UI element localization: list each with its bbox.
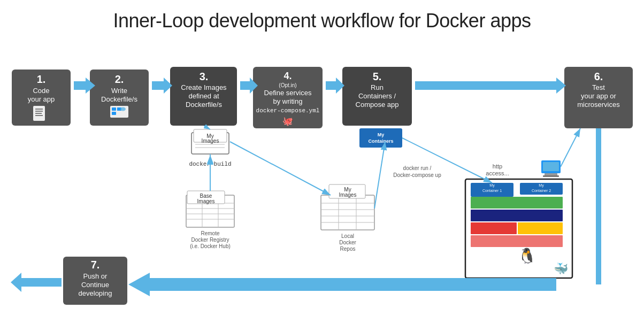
svg-marker-48 bbox=[240, 78, 258, 94]
svg-text:3.: 3. bbox=[200, 71, 209, 82]
svg-rect-24 bbox=[253, 67, 323, 128]
svg-rect-69 bbox=[187, 191, 225, 204]
svg-rect-111 bbox=[543, 162, 559, 171]
svg-rect-41 bbox=[63, 257, 127, 305]
svg-text:http: http bbox=[493, 163, 502, 169]
svg-rect-100 bbox=[471, 197, 563, 209]
svg-rect-17 bbox=[117, 107, 121, 111]
svg-rect-57 bbox=[194, 129, 227, 142]
svg-text:Container 2: Container 2 bbox=[532, 189, 551, 192]
svg-line-128 bbox=[204, 126, 210, 129]
svg-text:docker-compose.yml: docker-compose.yml bbox=[256, 107, 320, 114]
svg-rect-51 bbox=[191, 133, 229, 154]
svg-text:Container 1: Container 1 bbox=[482, 189, 502, 192]
svg-rect-109 bbox=[545, 173, 557, 176]
svg-text:1.: 1. bbox=[37, 73, 46, 85]
svg-rect-4 bbox=[33, 106, 45, 121]
svg-marker-50 bbox=[415, 78, 566, 94]
svg-rect-14 bbox=[112, 107, 116, 111]
svg-rect-56 bbox=[191, 133, 229, 154]
svg-marker-47 bbox=[152, 78, 172, 94]
svg-text:Base: Base bbox=[200, 193, 212, 199]
svg-rect-104 bbox=[471, 235, 563, 247]
svg-text:Containers /: Containers / bbox=[358, 92, 396, 100]
svg-text:Run: Run bbox=[371, 83, 384, 91]
svg-text:Create Images: Create Images bbox=[181, 83, 227, 91]
svg-text:defined at: defined at bbox=[188, 92, 219, 100]
svg-text:🐙: 🐙 bbox=[282, 116, 293, 126]
svg-text:Compose app: Compose app bbox=[356, 101, 399, 109]
svg-rect-19 bbox=[170, 67, 237, 126]
svg-marker-123 bbox=[128, 273, 556, 296]
svg-text:My: My bbox=[539, 183, 544, 188]
svg-rect-75 bbox=[321, 195, 374, 230]
svg-line-121 bbox=[402, 138, 492, 183]
diagram-svg: 1. Code your app 2. Write Dockerfile/s 3… bbox=[0, 37, 644, 310]
svg-text:Define services: Define services bbox=[264, 89, 312, 97]
svg-rect-82 bbox=[329, 184, 365, 198]
svg-rect-91 bbox=[465, 179, 572, 278]
svg-rect-15 bbox=[117, 107, 121, 111]
svg-rect-108 bbox=[541, 160, 561, 173]
svg-rect-94 bbox=[471, 183, 513, 195]
svg-text:🐧: 🐧 bbox=[518, 247, 536, 265]
svg-text:your app or: your app or bbox=[581, 92, 616, 100]
svg-text:Docker Registry: Docker Registry bbox=[191, 237, 229, 243]
svg-text:Docker: Docker bbox=[339, 240, 356, 245]
svg-text:(Opt.in): (Opt.in) bbox=[279, 82, 296, 88]
svg-rect-36 bbox=[564, 67, 633, 128]
svg-text:access...: access... bbox=[486, 170, 509, 176]
svg-rect-102 bbox=[471, 222, 517, 234]
svg-text:docker build: docker build bbox=[189, 161, 231, 167]
svg-text:by writing: by writing bbox=[273, 97, 303, 105]
svg-line-120 bbox=[374, 142, 385, 209]
svg-text:My: My bbox=[489, 183, 495, 188]
svg-rect-88 bbox=[359, 128, 402, 148]
svg-text:microservices: microservices bbox=[577, 101, 620, 109]
svg-text:My: My bbox=[206, 133, 213, 139]
svg-text:Continue: Continue bbox=[81, 281, 109, 289]
svg-rect-0 bbox=[12, 70, 71, 126]
svg-rect-103 bbox=[518, 222, 563, 234]
svg-text:2.: 2. bbox=[115, 73, 124, 85]
svg-text:developing: developing bbox=[79, 289, 112, 297]
svg-line-122 bbox=[561, 128, 580, 167]
svg-text:(i.e. Docker Hub): (i.e. Docker Hub) bbox=[190, 243, 231, 249]
svg-rect-9 bbox=[90, 70, 149, 126]
svg-text:4.: 4. bbox=[283, 71, 292, 81]
svg-text:docker run /: docker run / bbox=[403, 165, 432, 171]
svg-text:Docker-compose up: Docker-compose up bbox=[393, 172, 441, 178]
svg-marker-46 bbox=[74, 78, 95, 94]
svg-text:Repos: Repos bbox=[340, 246, 356, 252]
svg-rect-101 bbox=[471, 210, 563, 221]
svg-text:your app: your app bbox=[28, 95, 55, 103]
svg-point-18 bbox=[120, 107, 126, 111]
svg-text:Remote: Remote bbox=[201, 230, 219, 236]
svg-text:Push or: Push or bbox=[83, 272, 108, 280]
svg-text:🐳: 🐳 bbox=[554, 261, 569, 276]
svg-text:5.: 5. bbox=[373, 71, 382, 82]
svg-rect-31 bbox=[342, 67, 412, 126]
svg-text:Dockerfile/s: Dockerfile/s bbox=[101, 95, 137, 103]
svg-text:Images: Images bbox=[339, 192, 357, 198]
svg-text:Dockerfile/s: Dockerfile/s bbox=[186, 101, 222, 109]
svg-rect-110 bbox=[543, 175, 559, 177]
svg-marker-49 bbox=[326, 78, 344, 94]
svg-text:git push: git push bbox=[16, 278, 44, 284]
svg-rect-62 bbox=[186, 195, 234, 227]
svg-text:Images: Images bbox=[197, 198, 215, 204]
svg-text:Images: Images bbox=[202, 138, 219, 144]
svg-marker-125 bbox=[11, 273, 62, 292]
svg-rect-13 bbox=[110, 106, 128, 118]
workflow-area: 1. Code your app 2. Write Dockerfile/s 3… bbox=[0, 37, 644, 310]
svg-line-119 bbox=[230, 142, 331, 195]
svg-text:My: My bbox=[489, 190, 495, 195]
svg-text:VM: VM bbox=[546, 169, 557, 178]
svg-text:6.: 6. bbox=[594, 71, 603, 82]
svg-text:Write: Write bbox=[111, 87, 127, 95]
svg-text:My: My bbox=[378, 132, 385, 137]
page-title: Inner-Loop development workflow for Dock… bbox=[0, 0, 644, 37]
svg-text:My: My bbox=[344, 187, 351, 192]
svg-text:Containers: Containers bbox=[368, 138, 393, 144]
svg-text:Test: Test bbox=[592, 83, 605, 91]
